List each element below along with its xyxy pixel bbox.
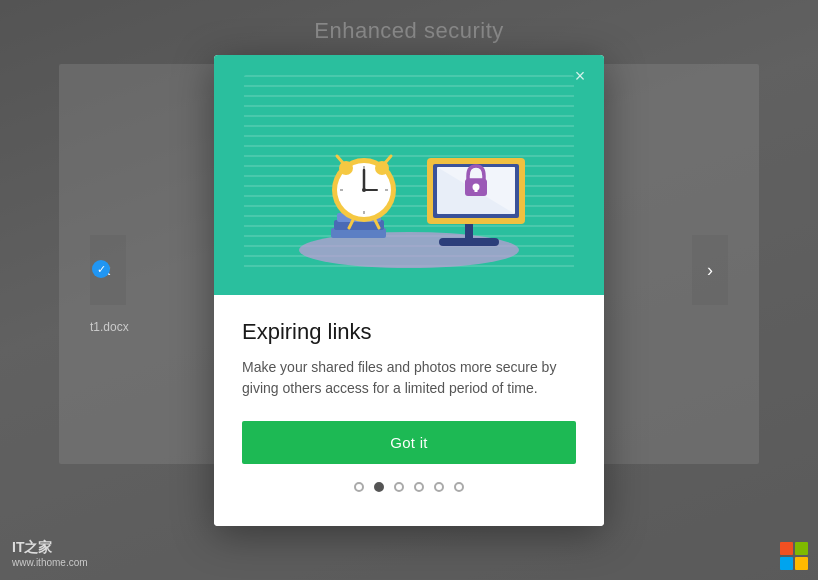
modal-dialog: ×: [214, 55, 604, 526]
modal-description: Make your shared files and photos more s…: [242, 357, 576, 399]
dot-4[interactable]: [434, 482, 444, 492]
dot-5[interactable]: [454, 482, 464, 492]
win-sq-red: [780, 542, 793, 555]
win-sq-green: [795, 542, 808, 555]
dot-1[interactable]: [374, 482, 384, 492]
pagination-dots: [242, 482, 576, 510]
svg-point-14: [375, 161, 389, 175]
win-sq-yellow: [795, 557, 808, 570]
modal-heading: Expiring links: [242, 319, 576, 345]
modal-text-content: Expiring links Make your shared files an…: [214, 295, 604, 526]
got-it-button[interactable]: Got it: [242, 421, 576, 464]
watermark-url: www.ithome.com: [12, 557, 88, 568]
illustration-svg: [279, 80, 539, 270]
watermark: IT之家 www.ithome.com: [12, 539, 88, 568]
windows-logo-grid: [780, 542, 808, 570]
modal-wrapper: ×: [0, 0, 818, 580]
svg-line-15: [337, 156, 343, 163]
win-sq-blue: [780, 557, 793, 570]
brand-logo: [780, 542, 808, 570]
svg-rect-27: [475, 188, 478, 192]
dot-2[interactable]: [394, 482, 404, 492]
svg-line-16: [385, 156, 391, 163]
dot-0[interactable]: [354, 482, 364, 492]
watermark-logo: IT之家: [12, 539, 52, 557]
modal-illustration: ×: [214, 55, 604, 295]
close-button[interactable]: ×: [568, 65, 592, 89]
svg-point-13: [339, 161, 353, 175]
dot-3[interactable]: [414, 482, 424, 492]
